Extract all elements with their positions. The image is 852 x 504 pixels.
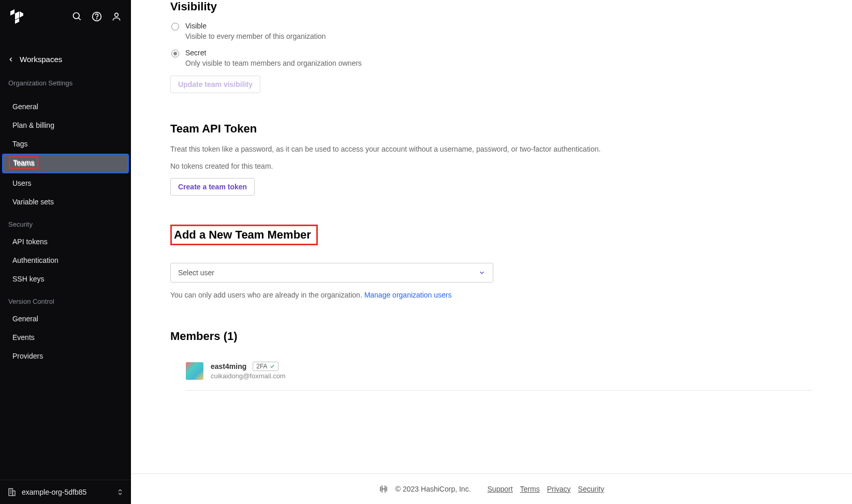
avatar bbox=[186, 362, 203, 380]
footer-link-terms[interactable]: Terms bbox=[520, 485, 540, 493]
footer: © 2023 HashiCorp, Inc. Support Terms Pri… bbox=[131, 473, 852, 504]
api-token-none: No tokens created for this team. bbox=[170, 161, 813, 172]
sidebar-item-teams[interactable]: Teams Teams bbox=[2, 154, 129, 173]
check-icon bbox=[270, 364, 275, 369]
sidebar-section-version-control: Version Control bbox=[0, 288, 131, 309]
org-switcher[interactable]: example-org-5dfb85 bbox=[0, 480, 131, 504]
sidebar-item-ssh-keys[interactable]: SSH keys bbox=[2, 270, 129, 288]
select-user-placeholder: Select user bbox=[178, 269, 214, 277]
footer-link-support[interactable]: Support bbox=[488, 485, 513, 493]
members-heading: Members (1) bbox=[170, 330, 813, 343]
radio-desc: Visible to every member of this organiza… bbox=[185, 32, 326, 40]
api-token-section: Team API Token Treat this token like a p… bbox=[170, 122, 813, 196]
sort-icon bbox=[116, 488, 124, 496]
sidebar: Workspaces Organization Settings General… bbox=[0, 0, 131, 504]
help-icon[interactable] bbox=[92, 11, 102, 22]
svg-point-3 bbox=[97, 19, 97, 19]
workspaces-label: Workspaces bbox=[20, 55, 62, 64]
radio-checked-icon bbox=[171, 50, 179, 57]
badge-2fa: 2FA bbox=[253, 362, 278, 371]
chevron-left-icon bbox=[7, 56, 14, 63]
member-email: cuikaidong@foxmail.com bbox=[211, 372, 286, 380]
sidebar-item-vc-events[interactable]: Events bbox=[2, 329, 129, 346]
member-row: east4ming 2FA cuikaidong@foxmail.com bbox=[186, 351, 813, 391]
update-visibility-button[interactable]: Update team visibility bbox=[170, 76, 260, 93]
svg-point-0 bbox=[74, 13, 80, 19]
create-token-button[interactable]: Create a team token bbox=[170, 178, 255, 196]
svg-rect-5 bbox=[9, 488, 13, 496]
sidebar-item-tags[interactable]: Tags bbox=[2, 135, 129, 153]
radio-desc: Only visible to team members and organiz… bbox=[185, 59, 362, 67]
visibility-option-visible[interactable]: Visible Visible to every member of this … bbox=[170, 22, 813, 40]
svg-rect-6 bbox=[13, 491, 16, 496]
select-user-dropdown[interactable]: Select user bbox=[170, 263, 493, 283]
footer-link-privacy[interactable]: Privacy bbox=[547, 485, 571, 493]
main-content: Visibility Visible Visible to every memb… bbox=[131, 0, 852, 504]
sidebar-section-org-settings: Organization Settings bbox=[0, 70, 131, 91]
visibility-heading: Visibility bbox=[170, 0, 813, 13]
sidebar-item-general[interactable]: General bbox=[2, 98, 129, 115]
logo-icon bbox=[9, 8, 24, 25]
add-member-section: Add a New Team Member Select user You ca… bbox=[170, 225, 813, 301]
sidebar-item-authentication[interactable]: Authentication bbox=[2, 251, 129, 269]
manage-org-users-link[interactable]: Manage organization users bbox=[364, 291, 452, 299]
radio-title: Secret bbox=[185, 49, 362, 57]
copyright: © 2023 HashiCorp, Inc. bbox=[395, 485, 471, 493]
add-member-heading: Add a New Team Member bbox=[170, 225, 318, 245]
org-icon bbox=[7, 487, 17, 497]
sidebar-item-users[interactable]: Users bbox=[2, 174, 129, 192]
sidebar-item-vc-general[interactable]: General bbox=[2, 310, 129, 328]
radio-unchecked-icon bbox=[171, 23, 179, 31]
user-icon[interactable] bbox=[111, 11, 122, 22]
sidebar-item-vc-providers[interactable]: Providers bbox=[2, 347, 129, 365]
member-name: east4ming bbox=[211, 362, 246, 370]
add-member-desc: You can only add users who are already i… bbox=[170, 290, 813, 301]
radio-title: Visible bbox=[185, 22, 326, 30]
sidebar-item-api-tokens[interactable]: API tokens bbox=[2, 233, 129, 250]
svg-line-1 bbox=[79, 18, 81, 20]
sidebar-top bbox=[0, 0, 131, 33]
hashicorp-icon bbox=[379, 484, 388, 494]
api-token-heading: Team API Token bbox=[170, 122, 813, 136]
footer-link-security[interactable]: Security bbox=[578, 485, 605, 493]
visibility-option-secret[interactable]: Secret Only visible to team members and … bbox=[170, 49, 813, 67]
sidebar-item-variable-sets[interactable]: Variable sets bbox=[2, 193, 129, 211]
workspaces-back-link[interactable]: Workspaces bbox=[0, 49, 131, 70]
chevron-down-icon bbox=[478, 269, 486, 276]
sidebar-item-plan-billing[interactable]: Plan & billing bbox=[2, 116, 129, 134]
api-token-desc: Treat this token like a password, as it … bbox=[170, 144, 813, 155]
sidebar-section-security: Security bbox=[0, 211, 131, 232]
visibility-section: Visibility Visible Visible to every memb… bbox=[170, 0, 813, 93]
org-name: example-org-5dfb85 bbox=[22, 488, 111, 496]
search-icon[interactable] bbox=[72, 11, 82, 22]
members-section: Members (1) east4ming 2FA cuikaidong@fox… bbox=[170, 330, 813, 391]
svg-point-4 bbox=[115, 13, 119, 17]
